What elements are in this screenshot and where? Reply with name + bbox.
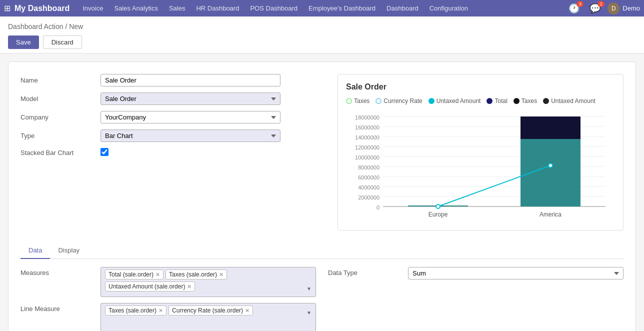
bottom-form: Measures Total (sale.order) ✕ Taxes (sal… [20, 267, 624, 331]
taxes-ring-icon [346, 98, 352, 104]
company-row: Company YourCompany [20, 111, 326, 124]
line-measure-tag-currency-label: Currency Rate (sale.order) [172, 307, 243, 314]
model-row: Model Sale Order [20, 92, 326, 105]
measures-row: Measures Total (sale.order) ✕ Taxes (sal… [20, 267, 316, 297]
main-card: Name Model Sale Order Company [8, 62, 636, 331]
save-button[interactable]: Save [8, 36, 39, 49]
user-menu-button[interactable]: D Demo [608, 2, 640, 14]
measures-tags-container[interactable]: Total (sale.order) ✕ Taxes (sale.order) … [100, 267, 316, 297]
line-measure-tag-taxes: Taxes (sale.order) ✕ [105, 306, 166, 316]
measures-tag-total-remove[interactable]: ✕ [156, 272, 160, 278]
company-label: Company [20, 114, 100, 121]
nav-employees-dashboard[interactable]: Employee's Dashboard [304, 2, 380, 14]
measures-tag-taxes-remove[interactable]: ✕ [219, 272, 224, 278]
legend-untaxed-amount: Untaxed Amount [543, 98, 596, 104]
stacked-row: Stacked Bar Chart [20, 148, 326, 158]
avatar: D [608, 2, 620, 14]
line-measure-dropdown-arrow[interactable]: ▼ [306, 310, 312, 316]
europe-line-dot [436, 204, 440, 208]
chart-legend: Taxes Currency Rate Untaxed Amount [346, 98, 615, 104]
main-content: Name Model Sale Order Company [0, 54, 644, 331]
nav-sales[interactable]: Sales [164, 2, 190, 14]
line-measure-tag-currency: Currency Rate (sale.order) ✕ [168, 306, 253, 316]
legend-taxes-label: Taxes [354, 98, 370, 104]
chart-title: Sale Order [346, 82, 615, 92]
total-dot-icon [486, 98, 492, 104]
measures-label: Measures [20, 267, 100, 276]
name-input[interactable] [100, 74, 280, 86]
breadcrumb-area: Dashboard Action / New Save Discard [0, 16, 644, 54]
measures-tag-total: Total (sale.order) ✕ [105, 270, 164, 280]
nav-hr-dashboard[interactable]: HR Dashboard [191, 2, 244, 14]
america-bar-dark [520, 116, 580, 139]
stacked-label: Stacked Bar Chart [20, 149, 100, 156]
line-measure-tag-taxes-remove[interactable]: ✕ [158, 308, 163, 314]
line-measure-row: Line Measure Taxes (sale.order) ✕ Curren… [20, 303, 316, 331]
measures-tag-taxes: Taxes (sale.order) ✕ [166, 270, 227, 280]
messages-button[interactable]: 💬 2 [586, 2, 604, 15]
legend-total: Total [486, 98, 507, 104]
measures-tag-untaxed-remove[interactable]: ✕ [187, 284, 192, 290]
tab-data[interactable]: Data [20, 242, 50, 259]
legend-currency-rate-label: Currency Rate [384, 98, 422, 104]
notifications-badge: 3 [576, 1, 584, 7]
legend-untaxed-line-label: Untaxed Amount [436, 98, 481, 104]
measures-tag-untaxed: Untaxed Amount (sale.order) ✕ [105, 282, 195, 292]
line-measure-tags-container[interactable]: Taxes (sale.order) ✕ Currency Rate (sale… [100, 303, 316, 331]
measures-tag-untaxed-label: Untaxed Amount (sale.order) [108, 283, 185, 290]
name-field [100, 74, 280, 86]
data-type-label: Data Type [328, 267, 408, 276]
topnav-menu: Invoice Sales Analytics Sales HR Dashboa… [78, 2, 566, 14]
measures-dropdown-arrow[interactable]: ▼ [306, 286, 312, 292]
bar-chart-svg: 18000000 16000000 14000000 12000000 1000… [346, 110, 615, 220]
top-section: Name Model Sale Order Company [20, 74, 624, 230]
nav-dashboard[interactable]: Dashboard [382, 2, 424, 14]
type-select[interactable]: Bar Chart [100, 130, 280, 142]
action-buttons: Save Discard [8, 36, 636, 49]
user-label: Demo [622, 4, 640, 12]
svg-text:0: 0 [376, 204, 380, 210]
line-measure-tag-currency-remove[interactable]: ✕ [245, 308, 250, 314]
nav-sales-analytics[interactable]: Sales Analytics [109, 2, 162, 14]
topnav-right: 🕐 3 💬 2 D Demo [566, 2, 640, 15]
stacked-field [100, 148, 280, 158]
legend-currency-rate: Currency Rate [376, 98, 422, 104]
name-row: Name [20, 74, 326, 86]
discard-button[interactable]: Discard [43, 36, 82, 49]
chart-card: Sale Order Taxes Currency Rate Untaxe [338, 74, 624, 230]
svg-text:America: America [540, 211, 562, 218]
measures-tag-total-label: Total (sale.order) [108, 271, 154, 278]
type-field: Bar Chart [100, 130, 280, 142]
svg-text:12000000: 12000000 [355, 144, 380, 150]
tabs: Data Display [20, 242, 624, 259]
topnav: ⊞ My Dashboard Invoice Sales Analytics S… [0, 0, 644, 16]
currency-rate-ring-icon [376, 98, 382, 104]
legend-untaxed-amount-label: Untaxed Amount [551, 98, 596, 104]
nav-configuration[interactable]: Configuration [424, 2, 473, 14]
bottom-right: Data Type Sum [328, 267, 624, 331]
svg-text:10000000: 10000000 [355, 154, 380, 160]
tab-display[interactable]: Display [50, 242, 88, 259]
legend-untaxed-line: Untaxed Amount [428, 98, 481, 104]
svg-text:14000000: 14000000 [355, 134, 380, 140]
model-label: Model [20, 95, 100, 102]
model-select[interactable]: Sale Order [100, 92, 280, 105]
company-select[interactable]: YourCompany [100, 111, 280, 124]
data-type-select[interactable]: Sum [408, 267, 624, 280]
notifications-button[interactable]: 🕐 3 [566, 2, 582, 15]
stacked-checkbox[interactable] [100, 148, 108, 156]
bottom-left: Measures Total (sale.order) ✕ Taxes (sal… [20, 267, 316, 331]
legend-total-label: Total [494, 98, 507, 104]
measures-tag-taxes-label: Taxes (sale.order) [169, 271, 217, 278]
model-field: Sale Order [100, 92, 280, 105]
svg-text:6000000: 6000000 [358, 174, 380, 180]
untaxed-dot-icon [543, 98, 549, 104]
nav-invoice[interactable]: Invoice [78, 2, 108, 14]
legend-taxes: Taxes [346, 98, 370, 104]
type-row: Type Bar Chart [20, 130, 326, 142]
app-logo: ⊞ My Dashboard [4, 4, 70, 13]
svg-text:2000000: 2000000 [358, 194, 380, 200]
grid-icon[interactable]: ⊞ [4, 4, 10, 13]
nav-pos-dashboard[interactable]: POS Dashboard [245, 2, 302, 14]
svg-text:Europe: Europe [428, 211, 448, 218]
